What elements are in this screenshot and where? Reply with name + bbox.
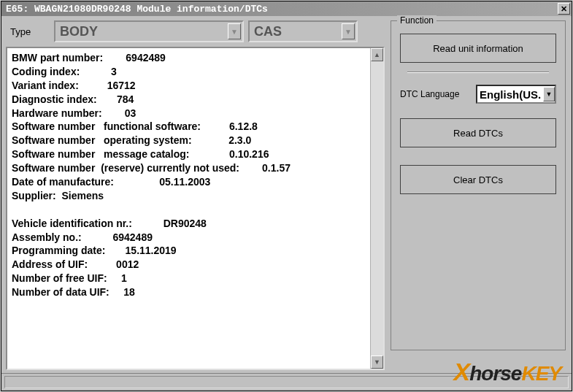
type-sub-select[interactable]: CAS ▼: [248, 20, 358, 42]
dropdown-arrow-icon: ▼: [342, 23, 355, 39]
separator: [407, 72, 549, 73]
info-text: BMW part number: 6942489Coding index: 3V…: [7, 48, 370, 369]
info-row: Diagnostic index: 784: [12, 93, 366, 107]
type-main-select[interactable]: BODY ▼: [54, 20, 244, 42]
read-unit-info-button[interactable]: Read unit information: [400, 34, 556, 63]
dropdown-arrow-icon: ▼: [543, 87, 555, 101]
type-row: Type BODY ▼ CAS ▼: [6, 20, 385, 42]
dropdown-arrow-icon: ▼: [228, 23, 241, 39]
function-legend: Function: [397, 15, 437, 26]
info-row: Software number (reserve) currently not …: [12, 161, 366, 175]
info-row: Number of free UIF: 1: [12, 272, 366, 285]
close-button[interactable]: ✕: [558, 3, 570, 15]
function-group: Function Read unit information DTC Langu…: [391, 20, 566, 350]
read-dtcs-button[interactable]: Read DTCs: [400, 118, 556, 147]
content-area: Type BODY ▼ CAS ▼ BMW part number: 69424…: [1, 16, 572, 373]
info-row: Supplier: Siemens: [12, 189, 366, 203]
title-bar: E65: WBAGN21080DR90248 Module informatio…: [1, 1, 572, 16]
info-row: Software number message catalog: 0.10.21…: [12, 147, 366, 161]
info-row: Variant index: 16712: [12, 79, 366, 93]
status-inner: [4, 376, 569, 388]
left-column: Type BODY ▼ CAS ▼ BMW part number: 69424…: [1, 16, 388, 373]
info-row: Assembly no.: 6942489: [12, 231, 366, 245]
type-sub-value: CAS: [254, 24, 282, 39]
app-window: E65: WBAGN21080DR90248 Module informatio…: [1, 1, 572, 391]
info-panel: BMW part number: 6942489Coding index: 3V…: [6, 47, 385, 370]
scroll-up-icon[interactable]: ▲: [371, 48, 383, 61]
info-row: Software number operating system: 2.3.0: [12, 134, 366, 147]
info-row: Software number functional software: 6.1…: [12, 120, 366, 134]
info-row: Vehicle identification nr.: DR90248: [12, 217, 366, 231]
info-row: Coding index: 3: [12, 65, 366, 79]
status-bar: [1, 373, 572, 391]
scrollbar[interactable]: ▲ ▼: [370, 48, 383, 369]
window-title: E65: WBAGN21080DR90248 Module informatio…: [6, 4, 268, 15]
dtc-language-select[interactable]: English(US. ▼: [476, 85, 556, 104]
dtc-language-value: English(US.: [480, 88, 541, 101]
right-column: Function Read unit information DTC Langu…: [388, 16, 572, 373]
type-main-value: BODY: [60, 24, 98, 39]
info-row: Number of data UIF: 18: [12, 285, 366, 299]
info-row: BMW part number: 6942489: [12, 51, 366, 65]
type-label: Type: [6, 26, 50, 37]
info-row: Address of UIF: 0012: [12, 258, 366, 272]
dtc-language-label: DTC Language: [400, 89, 470, 99]
dtc-language-row: DTC Language English(US. ▼: [400, 85, 556, 104]
scroll-down-icon[interactable]: ▼: [371, 356, 383, 369]
info-row: Date of manufacture: 05.11.2003: [12, 175, 366, 189]
info-row: [12, 203, 366, 217]
info-row: Hardware number: 03: [12, 107, 366, 120]
info-row: Programming date: 15.11.2019: [12, 244, 366, 258]
clear-dtcs-button[interactable]: Clear DTCs: [400, 165, 556, 194]
